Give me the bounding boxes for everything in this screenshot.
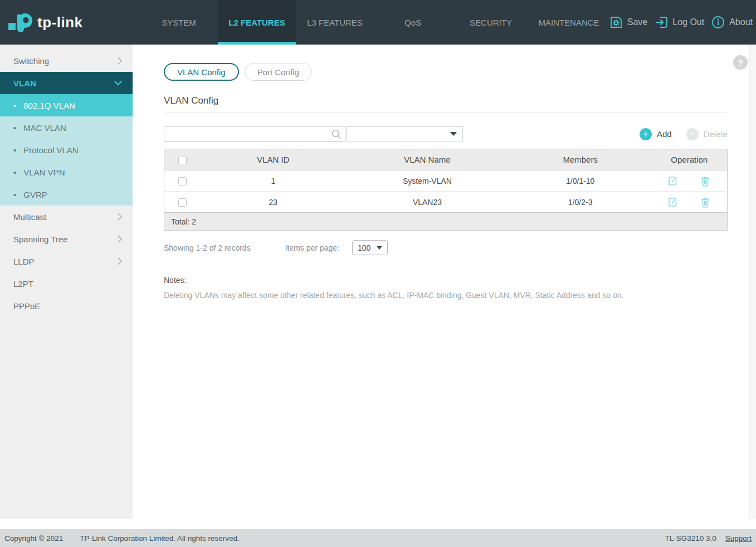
- table-row: 1 System-VLAN 1/0/1-10: [164, 170, 728, 192]
- cell-members: 1/0/1-10: [509, 170, 652, 192]
- delete-label: Delete: [704, 129, 728, 139]
- records-summary: Showing 1-2 of 2 records: [164, 243, 251, 252]
- sidebar-item-l2pt[interactable]: L2PT: [0, 272, 133, 295]
- edit-icon[interactable]: [667, 196, 679, 208]
- nav-actions: Save Log Out About: [609, 0, 756, 45]
- sidebar-item-spanning-tree[interactable]: Spanning Tree: [0, 228, 133, 250]
- notes-title: Notes:: [164, 276, 728, 285]
- info-icon: [711, 15, 725, 30]
- main-menu: SYSTEM L2 FEATURES L3 FEATURES QoS SECUR…: [140, 0, 608, 45]
- sidebar-item-mac-vlan[interactable]: MAC VLAN: [0, 116, 133, 139]
- edit-icon[interactable]: [667, 175, 679, 187]
- table-row: 23 VLAN23 1/0/2-3: [164, 192, 728, 213]
- add-button[interactable]: + Add: [640, 128, 672, 140]
- chevron-right-icon: [117, 257, 123, 266]
- chevron-right-icon: [117, 212, 123, 221]
- help-button[interactable]: ?: [733, 55, 748, 70]
- tab-port-config[interactable]: Port Config: [245, 63, 312, 81]
- select-all-checkbox[interactable]: [178, 156, 187, 164]
- footer-bar: Copyright © 2021 TP-Link Corporation Lim…: [0, 529, 756, 547]
- add-label: Add: [657, 129, 672, 139]
- about-button[interactable]: About: [711, 15, 753, 30]
- nav-tab-security[interactable]: SECURITY: [452, 0, 530, 45]
- col-header-vlan-id: VLAN ID: [201, 149, 345, 170]
- logout-button[interactable]: Log Out: [654, 15, 704, 30]
- save-icon: [609, 15, 623, 30]
- items-per-page-value: 100: [358, 243, 370, 252]
- save-button[interactable]: Save: [609, 15, 647, 30]
- nav-tab-system[interactable]: SYSTEM: [140, 0, 218, 45]
- nav-tab-maintenance[interactable]: MAINTENANCE: [530, 0, 608, 45]
- trash-icon[interactable]: [699, 175, 711, 187]
- col-header-operation: Operation: [652, 149, 728, 170]
- chevron-down-icon: [114, 80, 123, 86]
- config-tabs: VLAN Config Port Config: [164, 45, 728, 81]
- sidebar-item-pppoe[interactable]: PPPoE: [0, 295, 133, 317]
- cell-vlan-name: System-VLAN: [345, 170, 509, 192]
- cell-members: 1/0/2-3: [509, 192, 652, 213]
- plus-icon: +: [640, 128, 652, 140]
- sidebar-item-vlan[interactable]: VLAN: [0, 72, 133, 94]
- chevron-right-icon: [117, 56, 123, 65]
- total-label: Total: 2: [164, 213, 728, 231]
- caret-down-icon: [450, 132, 457, 136]
- cell-vlan-id: 1: [201, 170, 345, 192]
- notes-section: Notes: Deleting VLANs may affect some ot…: [164, 276, 728, 300]
- cell-vlan-name: VLAN23: [345, 192, 509, 213]
- sidebar-item-multicast[interactable]: Multicast: [0, 206, 133, 228]
- delete-button[interactable]: − Delete: [686, 128, 728, 140]
- sidebar-item-protocol-vlan[interactable]: Protocol VLAN: [0, 139, 133, 161]
- tplink-logo: tp-link: [0, 0, 140, 45]
- top-navbar: tp-link SYSTEM L2 FEATURES L3 FEATURES Q…: [0, 0, 756, 45]
- search-icon[interactable]: [331, 129, 342, 140]
- table-total-row: Total: 2: [164, 213, 728, 231]
- brand-text: tp-link: [37, 14, 83, 31]
- sidebar-item-vlan-vpn[interactable]: VLAN VPN: [0, 161, 133, 183]
- company-text: TP-Link Corporation Limited. All rights …: [80, 534, 240, 543]
- row-checkbox[interactable]: [178, 177, 187, 185]
- copyright-text: Copyright © 2021: [4, 534, 63, 543]
- footer-right: TL-SG3210 3.0 Support: [665, 534, 752, 543]
- about-label: About: [729, 17, 753, 27]
- chevron-right-icon: [117, 235, 123, 243]
- nav-tab-l3-features[interactable]: L3 FEATURES: [296, 0, 374, 45]
- table-toolbar: + Add − Delete: [164, 126, 728, 141]
- support-link[interactable]: Support: [725, 534, 752, 543]
- footer-left: Copyright © 2021 TP-Link Corporation Lim…: [4, 534, 240, 543]
- nav-tab-qos[interactable]: QoS: [374, 0, 452, 45]
- sidebar-item-gvrp[interactable]: GVRP: [0, 183, 133, 206]
- trash-icon[interactable]: [699, 196, 711, 208]
- device-model: TL-SG3210 3.0: [665, 534, 716, 543]
- notes-body: Deleting VLANs may affect some other rel…: [164, 291, 728, 300]
- section-title: VLAN Config: [164, 95, 728, 113]
- items-per-page-select[interactable]: 100: [352, 240, 388, 255]
- nav-tab-l2-features[interactable]: L2 FEATURES: [218, 0, 296, 45]
- sidebar-item-lldp[interactable]: LLDP: [0, 250, 133, 272]
- cell-vlan-id: 23: [201, 192, 345, 213]
- logout-icon: [654, 15, 669, 30]
- logout-label: Log Out: [672, 17, 704, 27]
- tplink-logo-icon: [8, 10, 32, 35]
- save-label: Save: [627, 17, 647, 27]
- search-filter-dropdown[interactable]: [347, 126, 463, 141]
- sidebar-item-switching[interactable]: Switching: [0, 50, 133, 72]
- pagination-bar: Showing 1-2 of 2 records Items per page:…: [164, 240, 728, 255]
- sidebar: Switching VLAN 802.1Q VLAN MAC VLAN Prot…: [0, 45, 133, 519]
- col-header-vlan-name: VLAN Name: [345, 149, 509, 170]
- items-per-page-label: Items per page:: [285, 243, 339, 252]
- main-content: VLAN Config Port Config VLAN Config + Ad…: [139, 45, 749, 519]
- table-header-row: VLAN ID VLAN Name Members Operation: [164, 149, 728, 170]
- minus-icon: −: [686, 128, 699, 140]
- col-header-members: Members: [509, 149, 652, 170]
- caret-down-icon: [377, 246, 382, 250]
- search-box: [164, 126, 345, 141]
- tab-vlan-config[interactable]: VLAN Config: [164, 63, 239, 81]
- vlan-table: VLAN ID VLAN Name Members Operation 1 Sy…: [164, 149, 728, 231]
- scrollbar-track[interactable]: [749, 45, 756, 519]
- search-input[interactable]: [164, 130, 331, 139]
- sidebar-item-8021q-vlan[interactable]: 802.1Q VLAN: [0, 94, 133, 116]
- toolbar-actions: + Add − Delete: [640, 128, 728, 140]
- row-checkbox[interactable]: [178, 198, 187, 207]
